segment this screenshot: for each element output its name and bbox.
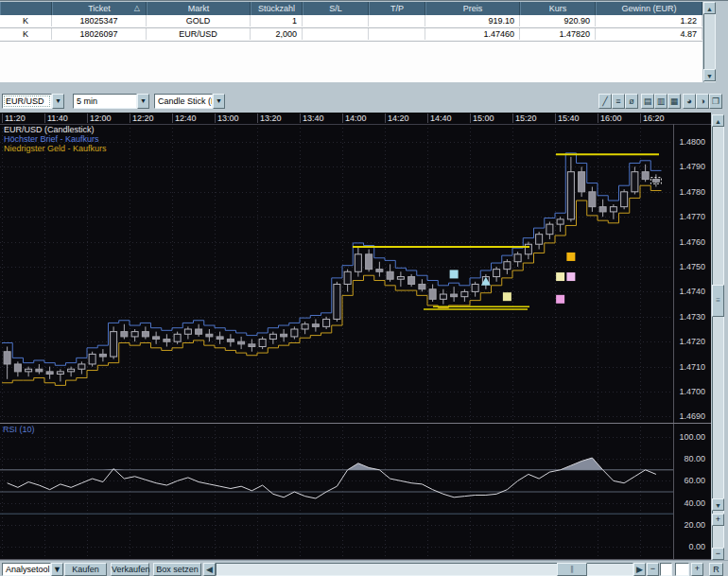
zoom-value-box2[interactable] bbox=[675, 563, 689, 576]
table-row[interactable]: K18026097EUR/USD2,0001.474601.478204.87 bbox=[0, 28, 702, 42]
zoom-value-box[interactable] bbox=[660, 563, 672, 576]
hscroll-thumb[interactable]: ∥ bbox=[557, 563, 587, 576]
vscroll-minus-button[interactable]: − bbox=[712, 548, 724, 560]
candle-body bbox=[14, 364, 21, 372]
verkaufen-button[interactable]: Verkaufen bbox=[111, 563, 149, 576]
candle-body bbox=[142, 332, 148, 337]
chart-icon-strip: ╱≡ø▤▥▦◕◑❐ bbox=[0, 90, 728, 113]
candle-body bbox=[206, 334, 213, 337]
time-axis-label: 16:20 bbox=[643, 113, 665, 123]
toolbar-button-grid-full[interactable]: ▦ bbox=[667, 94, 681, 109]
box-setzen-button[interactable]: Box setzen bbox=[153, 563, 201, 576]
marker-square-icon bbox=[566, 272, 575, 281]
candle-body bbox=[461, 291, 468, 296]
legend-high-line: Höchster Brief - Kaufkurs bbox=[4, 134, 99, 144]
price-axis-label: 1.4700 bbox=[679, 387, 705, 396]
column-header-Markt[interactable]: Markt bbox=[147, 2, 251, 15]
marker-square-icon bbox=[503, 292, 511, 301]
price-axis-label: 1.4790 bbox=[679, 162, 705, 171]
toolbar-button-draw-hlines[interactable]: ≡ bbox=[612, 94, 625, 109]
positions-scrollbar: ▲▼ bbox=[703, 2, 716, 82]
marker-square-icon bbox=[450, 270, 459, 278]
candle-body bbox=[472, 284, 478, 291]
vscroll-thumb[interactable]: ≡ bbox=[712, 285, 724, 317]
cell-Gewinn (EUR): 1.22 bbox=[596, 15, 702, 26]
candle-body bbox=[269, 334, 276, 339]
marker-square-icon bbox=[566, 253, 575, 261]
time-axis-label: 15:20 bbox=[515, 113, 537, 123]
price-chart[interactable]: 11:2011:4012:0012:2012:4013:0013:2013:40… bbox=[0, 113, 728, 560]
candle-body bbox=[525, 244, 531, 254]
table-scroll-up-button[interactable]: ▲ bbox=[703, 2, 716, 14]
candle-body bbox=[36, 369, 43, 372]
cell-S/L bbox=[303, 15, 369, 26]
candle-body bbox=[355, 254, 361, 271]
time-axis-label: 11:40 bbox=[47, 113, 68, 123]
price-axis-label: 1.4760 bbox=[679, 237, 705, 247]
candle-body bbox=[227, 340, 234, 342]
time-axis-label: 14:20 bbox=[388, 113, 409, 123]
candle-body bbox=[217, 337, 223, 340]
vscroll-track[interactable] bbox=[712, 114, 724, 560]
kaufen-button[interactable]: Kaufen bbox=[64, 563, 107, 576]
vscroll-down-button[interactable]: ▼ bbox=[712, 498, 724, 511]
toolbar-button-clear-drawings[interactable]: ø bbox=[625, 94, 638, 109]
cell-Stückzahl: 2,000 bbox=[251, 28, 303, 40]
time-axis-label: 13:00 bbox=[217, 113, 239, 123]
candle-body bbox=[610, 207, 616, 212]
zoom-out-button[interactable]: − bbox=[647, 563, 659, 576]
candle-body bbox=[312, 324, 319, 327]
candle-body bbox=[249, 344, 255, 347]
price-axis-label: 1.4730 bbox=[679, 312, 705, 322]
column-header-Ticket[interactable]: Ticket△ bbox=[52, 2, 147, 15]
column-header-S/L[interactable]: S/L bbox=[303, 2, 369, 15]
candle-body bbox=[419, 284, 425, 288]
analysetool-select-arrow-icon[interactable]: ▼ bbox=[51, 563, 63, 576]
analysetool-select[interactable]: Analysetool bbox=[2, 563, 51, 576]
cell-T/P bbox=[369, 15, 425, 26]
price-axis-label: 1.4770 bbox=[679, 212, 705, 221]
chart-title: EUR/USD (Candlestick) bbox=[4, 125, 95, 134]
zoom-in-button[interactable]: + bbox=[691, 563, 703, 576]
column-header-select[interactable] bbox=[0, 2, 52, 15]
column-header-Preis[interactable]: Preis bbox=[425, 2, 520, 15]
trading-window: Ticket△MarktStückzahlS/LT/PPreisKursGewi… bbox=[0, 0, 728, 576]
candle-body bbox=[26, 369, 32, 372]
toolbar-button-cascade-windows[interactable]: ❐ bbox=[709, 94, 722, 109]
bottom-toolbar: Analysetool▼KaufenVerkaufenBox setzen◀∥▶… bbox=[0, 560, 728, 576]
vscroll-plus-button[interactable]: + bbox=[712, 514, 724, 526]
positions-table-header: Ticket△MarktStückzahlS/LT/PPreisKursGewi… bbox=[0, 2, 702, 15]
toolbar-button-grid-solid[interactable]: ▤ bbox=[641, 94, 654, 109]
candle-body bbox=[238, 341, 245, 344]
cell-Preis: 1.47460 bbox=[425, 28, 520, 40]
hscroll-left-button[interactable]: ◀ bbox=[203, 563, 216, 576]
candle-body bbox=[440, 294, 446, 299]
candle-body bbox=[334, 284, 340, 319]
candle-body bbox=[323, 319, 330, 326]
chart-toolbar: EUR/USD ▼ 5 min ▼ Candle Stick (Kerze ▼ … bbox=[0, 90, 728, 113]
candle-body bbox=[89, 354, 95, 364]
candle-body bbox=[302, 324, 308, 329]
candle-body bbox=[621, 192, 628, 207]
chart-panel: 11:2011:4012:0012:2012:4013:0013:2013:40… bbox=[0, 113, 728, 560]
toolbar-button-grid-vertical[interactable]: ▥ bbox=[654, 94, 667, 109]
rsi-axis-label: 20.00 bbox=[684, 520, 705, 530]
table-row[interactable]: K18025347GOLD1919.10920.901.22 bbox=[0, 15, 702, 28]
column-header-Gewinn (EUR)[interactable]: Gewinn (EUR) bbox=[596, 2, 702, 15]
time-axis-label: 11:20 bbox=[5, 113, 26, 123]
column-header-Kurs[interactable]: Kurs bbox=[520, 2, 596, 15]
clear-drawings-icon: ø bbox=[626, 95, 637, 108]
table-scroll-down-button[interactable]: ▼ bbox=[703, 69, 716, 81]
toolbar-button-draw-line[interactable]: ╱ bbox=[598, 94, 612, 109]
toolbar-button-clock[interactable]: ◕ bbox=[683, 94, 696, 109]
candle-body bbox=[579, 172, 585, 192]
hscroll-right-button[interactable]: ▶ bbox=[633, 563, 646, 576]
toolbar-button-contrast[interactable]: ◑ bbox=[696, 94, 709, 109]
reset-button[interactable]: R bbox=[709, 563, 723, 576]
vscroll-up-button[interactable]: ▲ bbox=[712, 114, 724, 127]
time-axis-label: 14:00 bbox=[345, 113, 367, 123]
column-header-Stückzahl[interactable]: Stückzahl bbox=[251, 2, 303, 15]
price-axis-label: 1.4690 bbox=[679, 411, 705, 421]
candle-body bbox=[4, 352, 10, 364]
column-header-T/P[interactable]: T/P bbox=[369, 2, 425, 15]
